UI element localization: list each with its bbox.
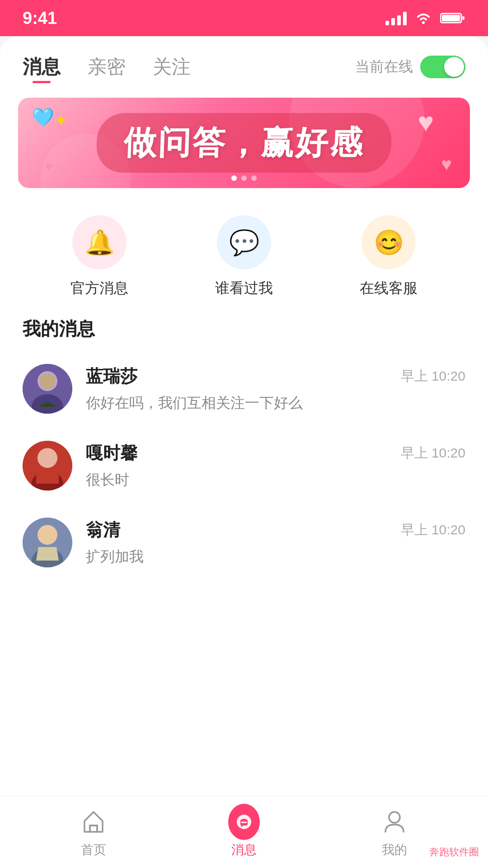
svg-point-17	[241, 821, 243, 823]
message-item[interactable]: 嘎时馨 早上 10:20 很长时	[0, 427, 488, 504]
nav-me[interactable]: 我的	[379, 806, 410, 859]
banner-dot-3[interactable]	[251, 175, 257, 181]
toggle-knob	[444, 57, 464, 77]
message-item[interactable]: 蓝瑞莎 早上 10:20 你好在吗，我们互相关注一下好么	[0, 350, 488, 427]
action-whoviewed[interactable]: 💬 谁看过我	[215, 215, 273, 298]
status-time: 9:41	[23, 9, 57, 28]
msg-preview-1: 你好在吗，我们互相关注一下好么	[86, 393, 465, 413]
official-icon-wrap: 🔔	[72, 215, 127, 269]
tab-bar: 消息 亲密 关注 当前在线	[0, 36, 488, 89]
msg-time-1: 早上 10:20	[401, 367, 465, 386]
svg-rect-3	[462, 16, 465, 20]
msg-time-3: 早上 10:20	[401, 521, 465, 539]
nav-messages[interactable]: 消息	[228, 806, 260, 859]
msg-time-2: 早上 10:20	[401, 444, 465, 462]
action-official[interactable]: 🔔 官方消息	[70, 215, 128, 298]
banner-deco-teal: 🩵	[32, 107, 54, 128]
msg-content-3: 翁清 早上 10:20 扩列加我	[86, 519, 465, 567]
svg-point-13	[38, 525, 57, 545]
message-item[interactable]: 翁清 早上 10:20 扩列加我	[0, 504, 488, 581]
msg-preview-2: 很长时	[86, 470, 465, 490]
tab-messages[interactable]: 消息	[23, 54, 61, 80]
bottom-nav: 首页 消息	[0, 796, 488, 868]
banner-deco-pink-small: ♥	[45, 159, 53, 175]
quick-actions: 🔔 官方消息 💬 谁看过我 😊 在线客服	[0, 197, 488, 307]
signal-icon	[385, 11, 407, 25]
watermark: 奔跑软件圈	[429, 845, 479, 859]
nav-messages-label: 消息	[231, 841, 257, 859]
avatar-3	[23, 518, 72, 567]
nav-me-label: 我的	[382, 841, 407, 859]
svg-point-9	[38, 448, 57, 468]
banner-heart-small: ♥	[441, 154, 452, 175]
messages-icon	[228, 806, 260, 838]
msg-content-1: 蓝瑞莎 早上 10:20 你好在吗，我们互相关注一下好么	[86, 365, 465, 413]
status-bar: 9:41	[0, 0, 488, 36]
official-label: 官方消息	[70, 278, 128, 298]
msg-name-1: 蓝瑞莎	[86, 365, 137, 388]
service-icon-wrap: 😊	[361, 215, 416, 269]
home-icon	[78, 806, 109, 838]
svg-point-7	[39, 373, 56, 389]
banner[interactable]: 🩵 ✦ ♥ ♥ ♥ 做问答，赢好感	[18, 98, 470, 188]
battery-icon	[440, 12, 465, 24]
banner-dot-2[interactable]	[241, 175, 247, 181]
svg-point-19	[245, 821, 247, 823]
banner-text: 做问答，赢好感	[123, 124, 365, 160]
message-list: 蓝瑞莎 早上 10:20 你好在吗，我们互相关注一下好么	[0, 346, 488, 796]
svg-rect-2	[442, 15, 460, 21]
nav-home-label: 首页	[81, 841, 106, 859]
service-smile-icon: 😊	[374, 228, 404, 257]
service-label: 在线客服	[360, 278, 418, 298]
avatar-2	[23, 441, 72, 491]
svg-point-18	[243, 821, 245, 823]
chat-icon: 💬	[229, 228, 259, 257]
svg-rect-15	[90, 826, 97, 832]
banner-dots	[231, 175, 257, 181]
me-icon	[379, 806, 410, 838]
online-label: 当前在线	[355, 57, 413, 77]
msg-name-3: 翁清	[86, 519, 120, 542]
bell-icon: 🔔	[84, 228, 115, 257]
online-toggle[interactable]	[420, 56, 465, 78]
svg-point-20	[389, 812, 400, 823]
whoviewed-icon-wrap: 💬	[217, 215, 271, 269]
tab-follow[interactable]: 关注	[153, 54, 191, 80]
nav-home[interactable]: 首页	[78, 806, 109, 859]
tab-intimate[interactable]: 亲密	[88, 54, 126, 80]
whoviewed-label: 谁看过我	[215, 278, 273, 298]
msg-preview-3: 扩列加我	[86, 547, 465, 567]
banner-dot-1[interactable]	[231, 175, 237, 181]
my-messages-title: 我的消息	[0, 307, 488, 346]
wifi-icon	[415, 11, 432, 25]
status-icons	[385, 11, 465, 25]
msg-name-2: 嘎时馨	[86, 442, 137, 465]
msg-content-2: 嘎时馨 早上 10:20 很长时	[86, 442, 465, 490]
online-status: 当前在线	[355, 56, 465, 78]
svg-point-0	[422, 21, 425, 24]
main-container: 消息 亲密 关注 当前在线 🩵 ✦ ♥ ♥ ♥ 做问答，赢好感	[0, 36, 488, 868]
banner-heart-large: ♥	[418, 107, 434, 138]
avatar-1	[23, 364, 72, 414]
banner-deco-yellow: ✦	[54, 111, 68, 130]
action-service[interactable]: 😊 在线客服	[360, 215, 418, 298]
